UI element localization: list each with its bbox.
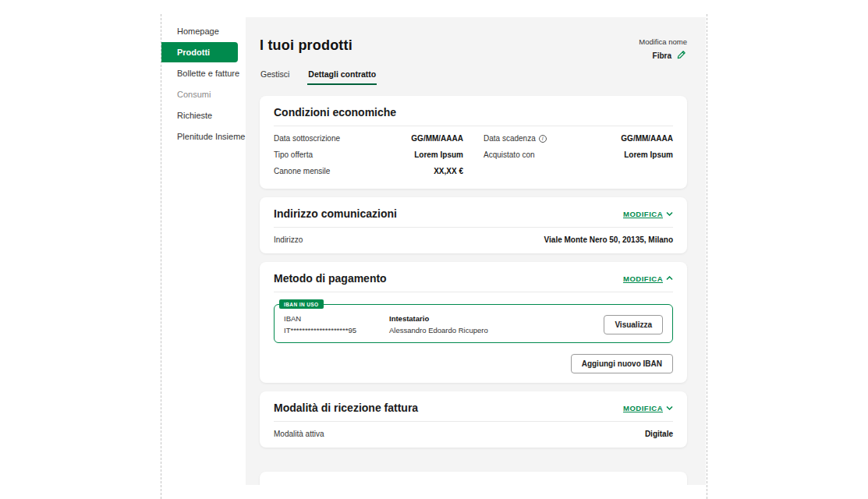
field-label: Acquistato con bbox=[484, 150, 535, 159]
modifica-fattura-link[interactable]: MODIFICA bbox=[623, 404, 673, 412]
condizioni-grid: Data sottoscrizione GG/MM/AAAA Data scad… bbox=[274, 130, 673, 179]
divider bbox=[274, 227, 673, 228]
divider bbox=[274, 421, 673, 422]
field-label-text: Data scadenza bbox=[484, 134, 536, 143]
sidebar-item-homepage[interactable]: Homepage bbox=[161, 20, 243, 41]
info-icon[interactable]: i bbox=[539, 135, 547, 143]
row-value: Digitale bbox=[645, 430, 673, 438]
divider bbox=[274, 126, 673, 126]
divider bbox=[274, 292, 673, 292]
iban-masked-value: IT********************95 bbox=[284, 326, 389, 334]
sidebar: Homepage Prodotti Bollette e fatture Con… bbox=[161, 20, 243, 147]
sidebar-item-richieste[interactable]: Richieste bbox=[161, 104, 243, 126]
modifica-pagamento-link[interactable]: MODIFICA bbox=[623, 274, 673, 283]
page-header: I tuoi prodotti Modifica nome Fibra bbox=[260, 37, 687, 62]
sidebar-item-bollette[interactable]: Bollette e fatture bbox=[161, 62, 243, 83]
iban-label: IBAN bbox=[284, 314, 389, 323]
field-empty bbox=[484, 163, 673, 179]
modifica-label: MODIFICA bbox=[623, 274, 663, 283]
field-canone-mensile: Canone mensile XX,XX € bbox=[274, 163, 463, 179]
card-condizioni-economiche: Condizioni economiche Data sottoscrizion… bbox=[260, 96, 687, 189]
field-value: Lorem Ipsum bbox=[414, 150, 463, 159]
field-label: Canone mensile bbox=[274, 167, 330, 175]
chevron-down-icon bbox=[666, 211, 673, 216]
page: Homepage Prodotti Bollette e fatture Con… bbox=[0, 0, 868, 499]
card-title: Modalità di ricezione fattura bbox=[274, 402, 418, 414]
holder-column: Intestatario Alessandro Edoardo Ricupero bbox=[389, 314, 604, 334]
product-name: Fibra bbox=[653, 51, 671, 60]
field-data-scadenza: Data scadenza i GG/MM/AAAA bbox=[484, 130, 673, 147]
row-value: Viale Monte Nero 50, 20135, Milano bbox=[544, 235, 673, 244]
main-content: I tuoi prodotti Modifica nome Fibra Gest… bbox=[246, 17, 706, 485]
card-title: Il tuo contratto bbox=[274, 483, 438, 485]
product-rename-control[interactable]: Fibra bbox=[639, 49, 687, 62]
card-indirizzo-comunicazioni: Indirizzo comunicazioni MODIFICA Indiriz… bbox=[260, 197, 687, 253]
card-title: Metodo di pagamento bbox=[274, 272, 387, 285]
field-value: GG/MM/AAAA bbox=[411, 134, 463, 143]
chevron-up-icon bbox=[666, 276, 673, 281]
modifica-indirizzo-link[interactable]: MODIFICA bbox=[623, 210, 673, 218]
card-il-tuo-contratto: Il tuo contratto Scarica sul tuo disposi… bbox=[260, 472, 687, 485]
field-value: GG/MM/AAAA bbox=[621, 134, 673, 143]
field-label: Data sottoscrizione bbox=[274, 134, 340, 143]
holder-label: Intestatario bbox=[389, 314, 604, 323]
card-title: Condizioni economiche bbox=[274, 106, 673, 119]
sidebar-item-consumi[interactable]: Consumi bbox=[161, 83, 243, 104]
tab-gestisci[interactable]: Gestisci bbox=[260, 66, 290, 85]
row-label: Modalità attiva bbox=[274, 430, 324, 438]
contract-text: Il tuo contratto Scarica sul tuo disposi… bbox=[274, 483, 438, 485]
field-acquistato-con: Acquistato con Lorem Ipsum bbox=[484, 147, 673, 163]
rename-label: Modifica nome bbox=[639, 37, 687, 46]
iban-column: IBAN IT********************95 bbox=[284, 314, 389, 334]
sidebar-item-prodotti[interactable]: Prodotti bbox=[161, 42, 238, 62]
iban-in-use-box: IBAN IN USO IBAN IT********************9… bbox=[274, 304, 673, 343]
row-indirizzo: Indirizzo Viale Monte Nero 50, 20135, Mi… bbox=[274, 235, 673, 244]
row-modalita-attiva: Modalità attiva Digitale bbox=[274, 430, 673, 438]
field-data-sottoscrizione: Data sottoscrizione GG/MM/AAAA bbox=[274, 130, 463, 147]
pencil-icon[interactable] bbox=[676, 49, 687, 62]
row-label: Indirizzo bbox=[274, 235, 303, 244]
card-title: Indirizzo comunicazioni bbox=[274, 207, 397, 220]
holder-name: Alessandro Edoardo Ricupero bbox=[389, 326, 604, 334]
aggiungi-nuovo-iban-button[interactable]: Aggiungi nuovo IBAN bbox=[571, 354, 673, 373]
rename-block: Modifica nome Fibra bbox=[639, 37, 687, 62]
visualizza-button[interactable]: Visualizza bbox=[604, 315, 663, 334]
sidebar-item-plenitude-insieme[interactable]: Plenitude Insieme bbox=[161, 126, 243, 147]
card-modalita-ricezione-fattura: Modalità di ricezione fattura MODIFICA M… bbox=[260, 391, 687, 448]
field-label: Data scadenza i bbox=[484, 134, 547, 143]
modifica-label: MODIFICA bbox=[623, 404, 663, 412]
modifica-label: MODIFICA bbox=[623, 210, 663, 218]
field-tipo-offerta: Tipo offerta Lorem Ipsum bbox=[274, 147, 463, 163]
field-value: XX,XX € bbox=[434, 167, 463, 175]
dashed-guide-right bbox=[707, 14, 707, 499]
chevron-down-icon bbox=[666, 405, 673, 410]
iban-in-uso-badge: IBAN IN USO bbox=[279, 299, 324, 309]
field-label: Tipo offerta bbox=[274, 150, 313, 159]
tabs: Gestisci Dettagli contratto bbox=[260, 66, 687, 85]
tab-dettagli-contratto[interactable]: Dettagli contratto bbox=[307, 66, 377, 85]
field-value: Lorem Ipsum bbox=[624, 150, 673, 159]
page-title: I tuoi prodotti bbox=[260, 37, 353, 54]
card-metodo-pagamento: Metodo di pagamento MODIFICA IBAN IN USO… bbox=[260, 262, 687, 383]
